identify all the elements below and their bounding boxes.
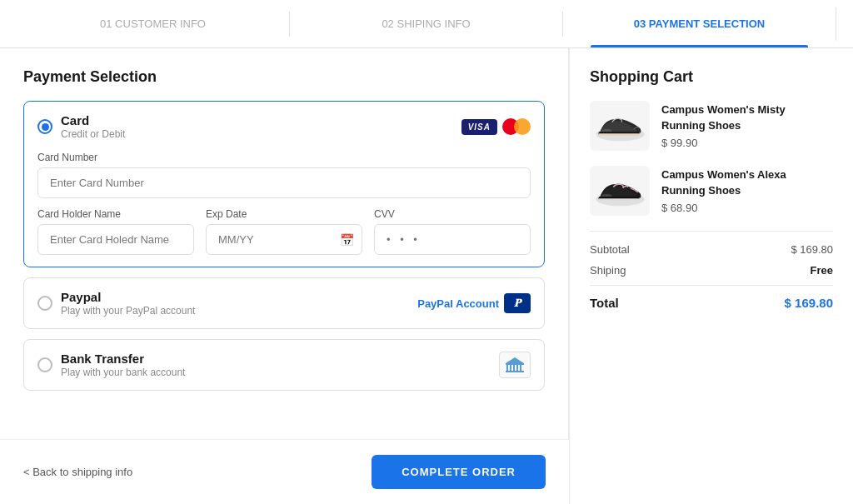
shoe1-svg [593, 105, 647, 147]
mc-circle-right [514, 118, 531, 135]
card-icons: VISA [461, 117, 531, 137]
exp-input-wrap: 📅 [206, 224, 362, 255]
cart-divider [590, 231, 833, 232]
svg-rect-4 [516, 365, 518, 371]
shipping-row: Shiping Free [590, 264, 833, 277]
holder-group: Card Holder Name [37, 208, 194, 255]
cart-item-1-image [590, 101, 650, 151]
card-subtitle: Credit or Debit [61, 128, 125, 140]
cvv-label: CVV [374, 208, 531, 220]
cart-item-2-image [590, 166, 650, 216]
left-panel: Payment Selection Card Credit or Debit V… [0, 48, 569, 439]
step2-nav[interactable]: 02 SHIPING INFO [290, 0, 562, 47]
paypal-option-header: Paypal Play with your PayPal account Pay… [37, 290, 531, 317]
total-row: Total $ 169.80 [590, 285, 833, 310]
svg-rect-5 [520, 365, 521, 371]
cart-item-2-price: $ 68.90 [661, 202, 833, 214]
cvv-input[interactable] [374, 224, 531, 255]
shoe2-svg [593, 170, 647, 212]
visa-icon: VISA [461, 119, 497, 135]
cart-item-1-info: Campus Women's MistyRunning Shoes $ 99.9… [661, 102, 833, 148]
bottom-actions: < Back to shipping info COMPLETE ORDER [0, 439, 569, 504]
card-option-header: Card Credit or Debit VISA [37, 113, 531, 140]
cart-item-1: Campus Women's MistyRunning Shoes $ 99.9… [590, 101, 833, 151]
bank-label: Bank Transfer [61, 352, 185, 366]
total-label: Total [590, 296, 619, 310]
bank-option[interactable]: Bank Transfer Play with your bank accoun… [23, 339, 545, 391]
main-content: Payment Selection Card Credit or Debit V… [0, 48, 853, 504]
card-form: Card Number Card Holder Name Exp Date 📅 [37, 152, 531, 255]
paypal-option[interactable]: Paypal Play with your PayPal account Pay… [23, 277, 545, 329]
step2-label: 02 SHIPING INFO [382, 17, 470, 30]
cart-title: Shopping Cart [590, 68, 833, 86]
paypal-icon: 𝐏 [504, 293, 531, 313]
card-number-input[interactable] [37, 167, 531, 198]
cart-item-2-info: Campus Women's AlexaRunning Shoes $ 68.9… [661, 167, 833, 213]
bank-icons [499, 352, 531, 378]
cart-item-2-name: Campus Women's AlexaRunning Shoes [661, 167, 833, 197]
svg-rect-11 [598, 133, 639, 135]
calendar-icon: 📅 [340, 233, 354, 247]
subtotal-value: $ 169.80 [791, 243, 833, 256]
paypal-subtitle: Play with your PayPal account [61, 305, 195, 317]
bank-radio[interactable] [37, 357, 52, 372]
cart-item-1-price: $ 99.90 [661, 137, 833, 149]
bank-option-text: Bank Transfer Play with your bank accoun… [61, 352, 185, 378]
holder-label: Card Holder Name [37, 208, 194, 220]
card-option-text: Card Credit or Debit [61, 113, 125, 140]
svg-rect-0 [506, 363, 524, 365]
paypal-option-text: Paypal Play with your PayPal account [61, 290, 195, 317]
cart-item-1-name: Campus Women's MistyRunning Shoes [661, 102, 833, 132]
step3-label: 03 PAYMENT SELECTION [634, 17, 765, 30]
exp-group: Exp Date 📅 [206, 208, 362, 255]
svg-rect-3 [513, 365, 515, 371]
step1-label: 01 CUSTOMER INFO [100, 17, 206, 30]
paypal-account-link[interactable]: PayPal Account [417, 297, 499, 310]
shipping-value: Free [811, 264, 833, 277]
bank-option-header: Bank Transfer Play with your bank accoun… [37, 352, 531, 378]
nav-right-divider [836, 7, 836, 41]
paypal-label: Paypal [61, 290, 195, 304]
cart-item-2: Campus Women's AlexaRunning Shoes $ 68.9… [590, 166, 833, 216]
paypal-icons: PayPal Account 𝐏 [417, 293, 531, 313]
card-label: Card [61, 113, 125, 127]
exp-label: Exp Date [206, 208, 362, 220]
mastercard-icon [502, 117, 531, 137]
card-number-label: Card Number [37, 152, 531, 163]
svg-marker-7 [506, 357, 524, 363]
complete-order-button[interactable]: COMPLETE ORDER [372, 455, 546, 489]
bank-subtitle: Play with your bank account [61, 367, 185, 378]
step3-nav[interactable]: 03 PAYMENT SELECTION [563, 0, 836, 47]
back-link[interactable]: < Back to shipping info [23, 466, 132, 478]
right-panel: Shopping Cart Campus Women's MistyRunnin… [570, 48, 853, 504]
card-form-row: Card Holder Name Exp Date 📅 CVV [37, 208, 531, 255]
top-nav: 01 CUSTOMER INFO 02 SHIPING INFO 03 PAYM… [0, 0, 853, 48]
card-radio[interactable] [37, 119, 52, 134]
card-option[interactable]: Card Credit or Debit VISA Card Num [23, 101, 545, 267]
svg-rect-15 [598, 198, 639, 200]
bank-svg [505, 357, 525, 373]
payment-title: Payment Selection [23, 68, 545, 86]
svg-rect-2 [510, 365, 511, 371]
subtotal-label: Subtotal [590, 243, 630, 256]
svg-rect-6 [506, 371, 524, 372]
subtotal-row: Subtotal $ 169.80 [590, 243, 833, 256]
step1-nav[interactable]: 01 CUSTOMER INFO [17, 0, 289, 47]
total-value: $ 169.80 [785, 296, 833, 310]
paypal-radio[interactable] [37, 296, 52, 311]
paypal-option-left: Paypal Play with your PayPal account [37, 290, 195, 317]
exp-input[interactable] [206, 224, 362, 255]
bank-option-left: Bank Transfer Play with your bank accoun… [37, 352, 185, 378]
shipping-label: Shiping [590, 264, 626, 277]
bank-icon [499, 352, 531, 378]
holder-input[interactable] [37, 224, 194, 255]
left-panel-wrapper: Payment Selection Card Credit or Debit V… [0, 48, 570, 504]
svg-rect-1 [506, 365, 508, 371]
card-option-left: Card Credit or Debit [37, 113, 125, 140]
cvv-group: CVV [374, 208, 531, 255]
